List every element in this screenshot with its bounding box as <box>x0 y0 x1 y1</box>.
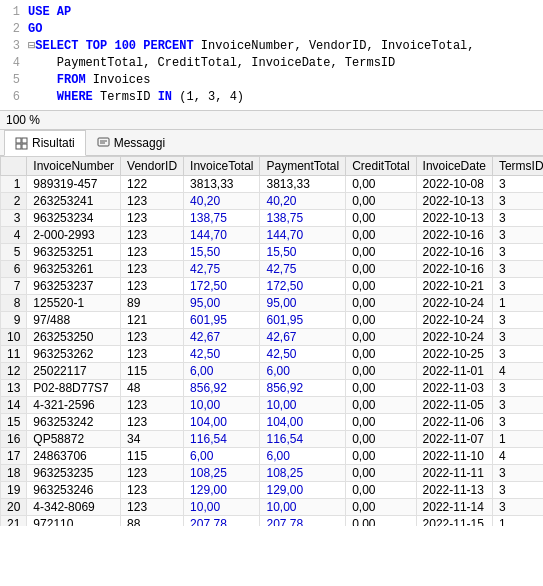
sql-line-4: 4 PaymentTotal, CreditTotal, InvoiceDate… <box>0 55 543 72</box>
data-cell: 0,00 <box>346 346 416 363</box>
table-row: 144-321-259612310,0010,000,002022-11-053 <box>1 397 544 414</box>
row-num-cell: 6 <box>1 261 27 278</box>
line-num-1: 1 <box>0 4 28 21</box>
line-content-1: USE AP <box>28 4 543 21</box>
col-header-paymenttotal: PaymentTotal <box>260 157 346 176</box>
data-cell: 4-342-8069 <box>27 499 121 516</box>
table-row: 226325324112340,2040,200,002022-10-133 <box>1 193 544 210</box>
data-cell: 2022-10-24 <box>416 312 492 329</box>
table-row: 19963253246123129,00129,000,002022-11-13… <box>1 482 544 499</box>
sql-editor[interactable]: 1 USE AP 2 GO 3 ⊟SELECT TOP 100 PERCENT … <box>0 0 543 111</box>
data-cell: 963253251 <box>27 244 121 261</box>
row-num-cell: 4 <box>1 227 27 244</box>
data-cell: 2022-10-16 <box>416 227 492 244</box>
data-cell: 3 <box>492 397 543 414</box>
data-cell: 34 <box>121 431 184 448</box>
data-cell: 2022-10-13 <box>416 193 492 210</box>
data-cell: 3 <box>492 380 543 397</box>
data-cell: 3 <box>492 465 543 482</box>
data-cell: 42,50 <box>184 346 260 363</box>
tab-results[interactable]: Risultati <box>4 130 86 156</box>
col-header-credittotal: CreditTotal <box>346 157 416 176</box>
svg-rect-0 <box>16 138 21 143</box>
data-cell: 0,00 <box>346 499 416 516</box>
data-cell: 1 <box>492 295 543 312</box>
data-cell: 48 <box>121 380 184 397</box>
data-cell: 1 <box>492 516 543 527</box>
row-num-cell: 2 <box>1 193 27 210</box>
data-cell: 207,78 <box>260 516 346 527</box>
row-num-cell: 5 <box>1 244 27 261</box>
data-cell: 0,00 <box>346 244 416 261</box>
data-cell: 42,50 <box>260 346 346 363</box>
data-cell: 104,00 <box>260 414 346 431</box>
data-cell: 6,00 <box>260 363 346 380</box>
data-cell: 0,00 <box>346 295 416 312</box>
data-cell: 2022-10-08 <box>416 176 492 193</box>
data-cell: 2-000-2993 <box>27 227 121 244</box>
data-cell: 0,00 <box>346 176 416 193</box>
data-cell: 0,00 <box>346 210 416 227</box>
table-row: 42-000-2993123144,70144,700,002022-10-16… <box>1 227 544 244</box>
data-cell: 115 <box>121 448 184 465</box>
zoom-bar: 100 % <box>0 111 543 130</box>
data-cell: 104,00 <box>184 414 260 431</box>
sql-line-5: 5 FROM Invoices <box>0 72 543 89</box>
line-content-4: PaymentTotal, CreditTotal, InvoiceDate, … <box>28 55 543 72</box>
data-cell: 263253250 <box>27 329 121 346</box>
data-cell: 144,70 <box>260 227 346 244</box>
data-cell: 3 <box>492 244 543 261</box>
data-cell: 95,00 <box>260 295 346 312</box>
data-cell: 963253246 <box>27 482 121 499</box>
data-cell: 989319-457 <box>27 176 121 193</box>
data-cell: 95,00 <box>184 295 260 312</box>
data-cell: 42,67 <box>184 329 260 346</box>
data-cell: 125520-1 <box>27 295 121 312</box>
data-cell: 123 <box>121 193 184 210</box>
data-cell: 6,00 <box>260 448 346 465</box>
data-cell: 15,50 <box>184 244 260 261</box>
row-num-cell: 13 <box>1 380 27 397</box>
tab-messages[interactable]: Messaggi <box>86 130 176 156</box>
data-cell: 2022-10-13 <box>416 210 492 227</box>
data-cell: 10,00 <box>184 397 260 414</box>
data-cell: 144,70 <box>184 227 260 244</box>
data-cell: 42,75 <box>184 261 260 278</box>
row-num-cell: 18 <box>1 465 27 482</box>
line-content-3: ⊟SELECT TOP 100 PERCENT InvoiceNumber, V… <box>28 38 543 55</box>
table-row: 13P02-88D77S748856,92856,920,002022-11-0… <box>1 380 544 397</box>
data-cell: 0,00 <box>346 516 416 527</box>
line-content-5: FROM Invoices <box>28 72 543 89</box>
tabs-bar[interactable]: Risultati Messaggi <box>0 130 543 156</box>
data-cell: 3813,33 <box>184 176 260 193</box>
table-row: 2197211088207,78207,780,002022-11-151 <box>1 516 544 527</box>
results-area[interactable]: InvoiceNumber VendorID InvoiceTotal Paym… <box>0 156 543 526</box>
data-cell: 2022-11-13 <box>416 482 492 499</box>
data-cell: 123 <box>121 210 184 227</box>
data-cell: 2022-11-14 <box>416 499 492 516</box>
svg-rect-4 <box>98 138 109 146</box>
data-cell: 123 <box>121 244 184 261</box>
data-cell: 2022-11-06 <box>416 414 492 431</box>
data-cell: 123 <box>121 227 184 244</box>
data-cell: 42,75 <box>260 261 346 278</box>
data-cell: 963253237 <box>27 278 121 295</box>
data-cell: 10,00 <box>260 397 346 414</box>
data-cell: 3 <box>492 329 543 346</box>
row-num-cell: 15 <box>1 414 27 431</box>
table-row: 8125520-18995,0095,000,002022-10-241 <box>1 295 544 312</box>
row-num-cell: 11 <box>1 346 27 363</box>
table-row: 12250221171156,006,000,002022-11-014 <box>1 363 544 380</box>
data-cell: 2022-10-16 <box>416 261 492 278</box>
svg-rect-1 <box>22 138 27 143</box>
data-cell: 3 <box>492 499 543 516</box>
data-cell: 122 <box>121 176 184 193</box>
data-cell: 108,25 <box>184 465 260 482</box>
data-cell: 3 <box>492 193 543 210</box>
svg-rect-3 <box>22 144 27 149</box>
table-row: 15963253242123104,00104,000,002022-11-06… <box>1 414 544 431</box>
table-row: 16QP5887234116,54116,540,002022-11-071 <box>1 431 544 448</box>
data-cell: 2022-11-05 <box>416 397 492 414</box>
data-cell: 3 <box>492 312 543 329</box>
data-cell: 4 <box>492 448 543 465</box>
